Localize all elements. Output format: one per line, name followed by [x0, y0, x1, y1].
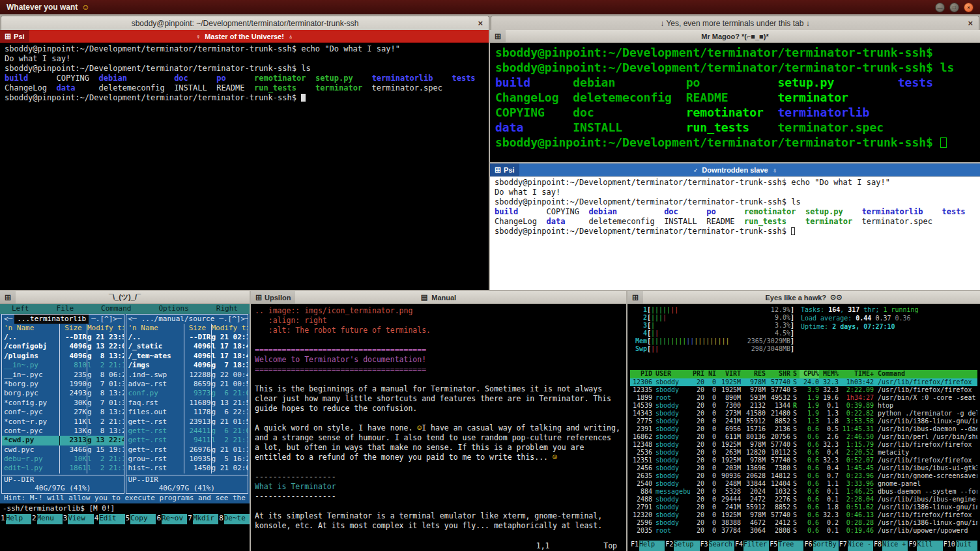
- mc-file-row[interactable]: gett~.rst24411g 6 21:08: [126, 427, 248, 436]
- htop-process-row[interactable]: 12351sboddy2001925M978M57740S0.632.30:52…: [630, 457, 977, 464]
- htop-process-row[interactable]: 2536sboddy200263M1282010112S0.60.42:20.5…: [630, 449, 977, 457]
- maximize-button[interactable]: □: [949, 3, 959, 12]
- htop-process-row[interactable]: 884messagebu200532820241032S0.60.11:46.2…: [630, 488, 977, 496]
- mc-col-name[interactable]: 'n Name: [2, 324, 59, 333]
- mc-column-headers[interactable]: 'n Name Size Modify tim: [126, 324, 248, 333]
- htop-fkey-nice[interactable]: F7Nice -: [839, 541, 873, 551]
- mc-menu-command[interactable]: Command: [101, 304, 131, 313]
- mc-command-line[interactable]: -ssh/terminatorlib$ [M 0!]: [0, 503, 250, 514]
- group-chip-psi[interactable]: ⊞ Psi: [0, 30, 29, 42]
- htop-fkey-filter[interactable]: F4Filter: [734, 541, 769, 551]
- htop-column-headers[interactable]: PIDUSERPRINIVIRTRESSHRSCPU%MEM%TIME+Comm…: [630, 370, 977, 378]
- mc-file-row[interactable]: conf.py9373g 6 21:08: [126, 389, 248, 398]
- window-titlebar[interactable]: Whatever you want ☺ — □ ×: [0, 0, 980, 14]
- magoo-titlebar[interactable]: ⊞ Mr Magoo? *(⌐■_■)*: [490, 30, 980, 43]
- mc-file-row[interactable]: files.out1178g 6 22:12: [126, 408, 248, 417]
- htop-process-row[interactable]: 14343sboddy200273M4158021480S1.91.30:22.…: [630, 410, 977, 417]
- htop-process-row[interactable]: 2488sboddy2002944424722276S0.60.12:28.04…: [630, 496, 977, 503]
- mc-col-size[interactable]: Size: [184, 324, 211, 333]
- mc-file-row[interactable]: /..--DIRg 21 02:11: [126, 333, 248, 342]
- mc-file-row[interactable]: /_static4096l 17 18:40: [126, 342, 248, 351]
- htop-fkey-tree[interactable]: F5Tree: [769, 541, 803, 551]
- mc-file-row[interactable]: __in~.pyc235g 8 06:28: [2, 371, 124, 380]
- htop-process-row[interactable]: 2035root2003778430642808S0.60.10:19.46/u…: [630, 527, 977, 535]
- htop-fkey-help[interactable]: F1Help: [630, 541, 665, 551]
- mc-file-row[interactable]: conf~.pyc27Kg 8 13:29: [2, 408, 124, 417]
- mc-file-row[interactable]: /configobj4096g 13 22:00: [2, 342, 124, 351]
- mc-col-mtime[interactable]: Modify tim: [87, 324, 124, 333]
- mc-file-row[interactable]: cwd.pyc3466g 15 19:14: [2, 445, 124, 455]
- mc-file-row[interactable]: grou~.rst10935g 5 16:20: [126, 455, 248, 464]
- mc-left-path[interactable]: <─ ...terminatorlib ─.[^]>─: [2, 315, 124, 324]
- mc-fkey-reov[interactable]: 6Re~ov: [156, 514, 187, 524]
- htop-process-row[interactable]: 12320sboddy2001925M978M57740S0.632.30:46…: [630, 511, 977, 519]
- mc-col-mtime[interactable]: Modify tim: [211, 324, 248, 333]
- mc-file-row[interactable]: *borg.py1990g 7 01:37: [2, 380, 124, 389]
- mc-file-row[interactable]: debu~r.py10Kl 2 21:16: [2, 455, 124, 464]
- mc-fkey-mkdir[interactable]: 7Mkdir: [187, 514, 218, 524]
- mc-file-row[interactable]: *cont~r.py11Kl 2 21:16: [2, 417, 124, 427]
- htop-process-row[interactable]: 2596sboddy2003838846722412S0.60.20:28.28…: [630, 519, 977, 527]
- terminal-master[interactable]: sboddy@pinpoint:~/Development/terminator…: [0, 43, 489, 290]
- htop-process-row[interactable]: 12306sboddy2001925M978M57740S24.032.31h0…: [630, 378, 977, 386]
- mc-file-row[interactable]: gett~.rst9411l 2 21:16: [126, 436, 248, 445]
- mc-menu-options[interactable]: Options: [158, 304, 188, 313]
- mc-fkey-menu[interactable]: 2Menu: [31, 514, 63, 524]
- htop-fkey-search[interactable]: F3Search: [700, 541, 734, 551]
- mc-file-row[interactable]: __in~.py810l 2 21:16: [2, 361, 124, 370]
- htop-fkey-kill[interactable]: F9Kill: [908, 541, 942, 551]
- htop-process-row[interactable]: 2391sboddy2006956157162136S0.60.511:45.3…: [630, 425, 977, 433]
- group-chip-psi[interactable]: ⊞ Psi: [490, 163, 519, 176]
- mc-menu-left[interactable]: Left: [12, 304, 29, 313]
- mc-fkey-edit[interactable]: 4Edit: [94, 514, 125, 524]
- mc-file-row[interactable]: .ind~.swp12288g 22 00:43: [126, 371, 248, 380]
- htop-process-row[interactable]: 14539sboddy200730021321344R1.90.10:39.89…: [630, 402, 977, 410]
- htop-process-row[interactable]: 2540sboddy200248M3384412404S0.61.13:33.9…: [630, 480, 977, 488]
- group-chip[interactable]: ⊞: [490, 30, 506, 42]
- htop-process-row[interactable]: 12335sboddy2001925M978M57740S3.932.32:22…: [630, 386, 977, 394]
- mc-fkey-dete[interactable]: 8De~te: [218, 514, 250, 524]
- htop-titlebar[interactable]: ⊞ Eyes like a hawk? ⊙⊙: [627, 291, 980, 304]
- htop-fkey-sortby[interactable]: F6SortBy: [803, 541, 838, 551]
- mc-file-row[interactable]: faq.rst11689g 13 21:54: [126, 399, 248, 408]
- mc-titlebar[interactable]: ⊞ ¯\_(ツ)_/¯: [0, 291, 250, 304]
- mc-file-row[interactable]: /..--DIRg 21 23:55: [2, 333, 124, 342]
- tab-close-icon[interactable]: ×: [968, 18, 973, 28]
- slave-titlebar[interactable]: ⊞ Psi ♂ Downtrodden slave ♁: [490, 163, 980, 177]
- group-chip-upsilon[interactable]: ⊞ Upsilon: [251, 291, 295, 304]
- tab-more-terminals[interactable]: ↓ Yes, even more terminals under this ta…: [491, 16, 979, 30]
- master-titlebar[interactable]: ⊞ Psi ♀ Master of the Universe! ♁: [0, 30, 489, 43]
- htop-process-row[interactable]: 16862sboddy200611M8013620756S0.62.62:46.…: [630, 433, 977, 441]
- htop-process-row[interactable]: 2456sboddy200203M136967380S0.60.41:45.45…: [630, 464, 977, 472]
- minimize-button[interactable]: —: [935, 3, 945, 12]
- tab-terminal-session[interactable]: sboddy@pinpoint: ~/Development/terminato…: [1, 16, 489, 30]
- htop-fkey-quit[interactable]: F10Quit: [943, 541, 977, 551]
- mc-fkey-copy[interactable]: 5Copy: [125, 514, 156, 524]
- terminal-mr-magoo[interactable]: sboddy@pinpoint:~/Development/terminator…: [490, 43, 980, 162]
- close-button[interactable]: ×: [964, 3, 973, 12]
- mc-file-row[interactable]: *config.py30Kg 7 01:37: [2, 399, 124, 408]
- group-chip[interactable]: ⊞: [627, 291, 643, 304]
- htop-process-row[interactable]: 12348sboddy2001925M978M57740S0.632.31:15…: [630, 441, 977, 449]
- vim-titlebar[interactable]: ⊞ Upsilon ▤ Manual: [251, 291, 626, 304]
- mc-file-row[interactable]: /imgs4096g 7 18:32: [126, 361, 248, 370]
- mc-file-row[interactable]: /plugins4096g 8 13:29: [2, 352, 124, 361]
- mc-menu-file[interactable]: File: [57, 304, 74, 313]
- vim-editor[interactable]: .. image:: imgs/icon_terminator.png :ali…: [251, 304, 626, 551]
- terminal-downtrodden-slave[interactable]: sboddy@pinpoint:~/Development/terminator…: [490, 177, 980, 290]
- htop-process-row[interactable]: 2791sboddy200241M559128852S0.61.80:51.62…: [630, 503, 977, 511]
- mc-file-row[interactable]: edit~l.py1861l 2 21:16: [2, 464, 124, 473]
- htop-process-row[interactable]: 2775sboddy200241M559128852S1.31.83:53.58…: [630, 417, 977, 425]
- mc-col-size[interactable]: Size: [59, 324, 87, 333]
- mc-file-row[interactable]: cont~.pyc13Kg 8 13:29: [2, 427, 124, 436]
- mc-fkey-help[interactable]: 1Help: [0, 514, 31, 524]
- htop-fkey-setup[interactable]: F2Setup: [665, 541, 699, 551]
- mc-right-path[interactable]: <─ .../manual/source ─.[^]>─: [126, 315, 248, 324]
- htop-fkey-nice[interactable]: F8Nice +: [873, 541, 908, 551]
- mc-file-row[interactable]: gett~.rst23913g 21 01:58: [126, 417, 248, 427]
- mc-file-row[interactable]: hist~.rst1450g 21 02:03: [126, 464, 248, 473]
- mc-fkey-view[interactable]: 3View: [63, 514, 94, 524]
- htop-process-row[interactable]: 1899root200890M593M49532S1.919.61h34:27/…: [630, 394, 977, 402]
- mc-file-row[interactable]: *cwd.py2313g 13 22:41: [2, 436, 124, 445]
- tab-close-icon[interactable]: ×: [478, 18, 483, 28]
